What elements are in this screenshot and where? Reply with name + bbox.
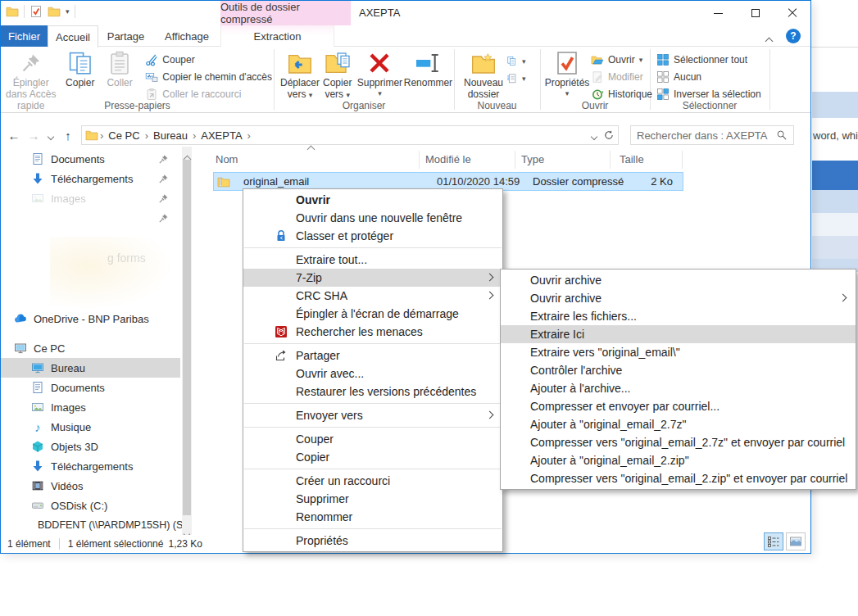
select-all-button[interactable]: Sélectionner tout <box>656 51 761 68</box>
collapse-ribbon-button[interactable] <box>766 33 774 38</box>
submenu-item-ouvrir-archive-2[interactable]: Ouvrir archive <box>501 289 856 307</box>
scrollbar-thumb[interactable] <box>183 160 191 515</box>
menu-item-crc-sha[interactable]: CRC SHA <box>243 287 502 305</box>
recent-locations-chevron-icon[interactable] <box>43 128 58 143</box>
menu-item-ouvrir[interactable]: Ouvrir <box>243 191 502 209</box>
submenu-item-controler-archive[interactable]: Contrôler l'archive <box>501 361 856 379</box>
sidebar-item-videos[interactable]: Vidéos <box>1 476 180 496</box>
column-divider[interactable] <box>515 151 515 169</box>
copy-to-button[interactable]: Copier vers ▾ <box>321 48 353 102</box>
sidebar-item-bureau[interactable]: Bureau <box>1 358 180 378</box>
menu-item-rechercher-menaces[interactable]: Rechercher les menaces <box>243 323 502 341</box>
menu-item-restaurer-versions[interactable]: Restaurer les versions précédentes <box>243 383 502 401</box>
button-label: Nouveau dossier <box>462 78 505 101</box>
sidebar-item-images[interactable]: Images <box>1 397 180 417</box>
select-all-grid-icon <box>656 53 670 66</box>
submenu-item-compresser-envoyer[interactable]: Compresser et envoyer par courriel... <box>501 397 856 415</box>
menu-item-creer-raccourci[interactable]: Créer un raccourci <box>243 472 502 490</box>
maximize-button[interactable] <box>737 1 774 25</box>
tab-extraction[interactable]: Extraction <box>220 25 334 47</box>
breadcrumb-ce-pc[interactable]: Ce PC <box>105 129 143 142</box>
tab-accueil[interactable]: Accueil <box>48 25 98 48</box>
sidebar-item-telechargements[interactable]: Téléchargements <box>1 456 180 476</box>
new-folder-button[interactable]: Nouveau dossier <box>461 48 506 102</box>
menu-item-epingler-ecran-demarrage[interactable]: Épingler à l'écran de démarrage <box>243 305 502 323</box>
refresh-icon[interactable] <box>603 129 615 141</box>
delete-button[interactable]: Supprimer ▾ <box>356 48 402 98</box>
menu-item-renommer[interactable]: Renommer <box>243 508 502 526</box>
menu-item-envoyer-vers[interactable]: Envoyer vers <box>243 406 502 424</box>
submenu-item-compresser-7z-envoyer[interactable]: Compresser vers "original_email_2.7z" et… <box>501 433 856 451</box>
submenu-item-compresser-zip-envoyer[interactable]: Compresser vers "original_email_2.zip" e… <box>501 469 856 487</box>
menu-item-couper[interactable]: Couper <box>243 430 502 448</box>
column-divider[interactable] <box>682 151 683 169</box>
search-icon[interactable] <box>776 129 788 141</box>
select-none-button[interactable]: Aucun <box>656 68 761 85</box>
column-header-nom[interactable]: Nom <box>216 153 238 165</box>
sidebar-scrollbar[interactable] <box>182 147 192 537</box>
breadcrumb-bureau[interactable]: Bureau <box>150 129 191 142</box>
thumbnails-view-button[interactable] <box>786 532 806 550</box>
sidebar-item-onedrive[interactable]: OneDrive - BNP Paribas <box>1 309 180 328</box>
help-button[interactable]: ? <box>786 29 801 43</box>
cut-button[interactable]: Couper <box>145 51 272 68</box>
menu-item-supprimer[interactable]: Supprimer <box>243 490 502 508</box>
submenu-item-extraire-vers[interactable]: Extraire vers "original_email\" <box>501 343 856 361</box>
close-button[interactable] <box>774 1 810 25</box>
sidebar-item-bddfent[interactable]: BDDFENT (\\PARDMP15SH) (S:) <box>1 515 180 535</box>
tab-partage[interactable]: Partage <box>98 25 153 47</box>
column-header-type[interactable]: Type <box>521 153 544 165</box>
download-arrow-icon <box>31 172 44 185</box>
details-view-icon <box>767 535 780 548</box>
submenu-item-ajouter-7z[interactable]: Ajouter à "original_email_2.7z" <box>501 415 856 433</box>
submenu-item-extraire-les-fichiers[interactable]: Extraire les fichiers... <box>501 307 856 325</box>
menu-item-ouvrir-nouvelle-fenetre[interactable]: Ouvrir dans une nouvelle fenêtre <box>243 209 502 227</box>
properties-quick-icon[interactable] <box>30 5 43 18</box>
submenu-item-ajouter-zip[interactable]: Ajouter à "original_email_2.zip" <box>501 451 856 469</box>
menu-item-copier[interactable]: Copier <box>243 448 502 466</box>
sidebar-item-osdisk[interactable]: OSDisk (C:) <box>1 496 180 515</box>
sidebar-item-documents[interactable]: Documents <box>1 378 180 397</box>
submenu-item-extraire-ici[interactable]: Extraire Ici <box>501 325 856 343</box>
customize-toolbar-chevron-icon[interactable]: ▾ <box>66 7 70 16</box>
new-folder-icon <box>470 50 497 76</box>
search-box[interactable]: Rechercher dans : AXEPTA <box>630 125 794 145</box>
details-view-button[interactable] <box>764 532 783 550</box>
tab-affichage[interactable]: Affichage <box>153 25 220 47</box>
sidebar-item-ce-pc[interactable]: Ce PC <box>1 338 180 358</box>
menu-item-ouvrir-avec[interactable]: Ouvrir avec... <box>243 365 502 383</box>
menu-item-proprietes[interactable]: Propriétés <box>243 532 502 550</box>
submenu-item-ajouter-archive[interactable]: Ajouter à l'archive... <box>501 379 856 397</box>
menu-item-classer-et-proteger[interactable]: Classer et protéger <box>243 227 502 245</box>
address-bar[interactable]: › Ce PC › Bureau › AXEPTA › <box>81 125 619 145</box>
move-to-button[interactable]: Déplacer vers ▾ <box>279 48 321 102</box>
sidebar-item-objets-3d[interactable]: Objets 3D <box>1 437 180 456</box>
copy-path-button[interactable]: Copier le chemin d'accès <box>145 68 272 85</box>
menu-item-partager[interactable]: Partager <box>243 346 502 365</box>
up-button[interactable]: ↑ <box>58 129 78 143</box>
address-dropdown-chevron-icon[interactable] <box>592 128 597 143</box>
sidebar-item-telechargements-quick[interactable]: Téléchargements <box>1 169 180 188</box>
easy-access-button[interactable]: ▾ <box>506 70 526 87</box>
sidebar-item-documents-quick[interactable]: Documents <box>1 149 180 169</box>
column-divider[interactable] <box>610 151 611 169</box>
column-header-taille[interactable]: Taille <box>620 153 644 165</box>
menu-item-extraire-tout[interactable]: Extraire tout... <box>243 251 502 269</box>
column-divider[interactable] <box>419 151 420 169</box>
back-button[interactable]: ← <box>4 129 24 143</box>
sidebar-item-musique[interactable]: ♪ Musique <box>1 417 180 437</box>
open-button[interactable]: Ouvrir ▾ <box>591 51 652 68</box>
minimize-button[interactable] <box>700 1 737 25</box>
new-folder-quick-icon[interactable] <box>48 5 61 18</box>
menu-item-7zip[interactable]: 7-Zip <box>243 269 502 287</box>
new-item-button[interactable]: ▾ <box>506 52 526 70</box>
copy-button[interactable]: Copier <box>60 48 101 90</box>
rename-button[interactable]: Renommer <box>402 48 453 90</box>
background-text-fragment: word, which <box>813 129 858 142</box>
properties-button[interactable]: Propriétés ▾ <box>543 48 591 98</box>
submenu-item-ouvrir-archive[interactable]: Ouvrir archive <box>501 271 856 289</box>
column-header-modifie-le[interactable]: Modifié le <box>425 153 471 165</box>
breadcrumb-axepta[interactable]: AXEPTA <box>197 129 245 142</box>
background-row <box>812 236 858 259</box>
tab-fichier[interactable]: Fichier <box>1 25 48 47</box>
